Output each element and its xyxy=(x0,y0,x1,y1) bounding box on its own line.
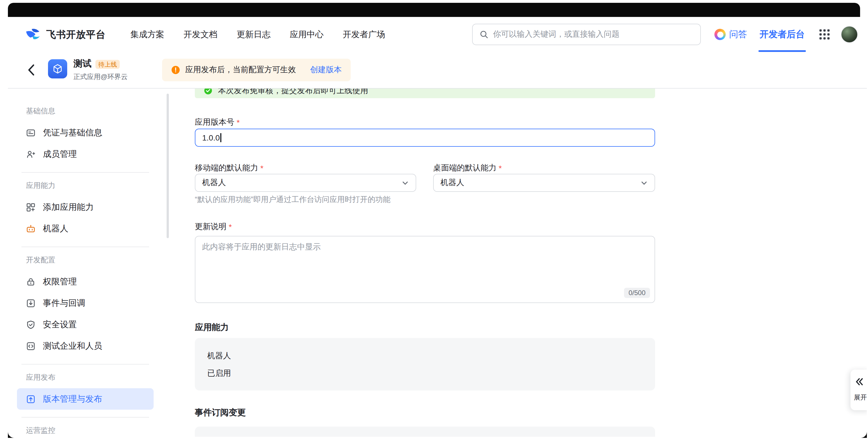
mobile-capability-select[interactable]: 机器人 xyxy=(195,174,416,192)
qa-icon xyxy=(714,29,726,40)
sidebar-scrollbar[interactable] xyxy=(166,94,169,238)
char-counter: 0/500 xyxy=(624,288,650,298)
feishu-logo-icon xyxy=(25,27,41,41)
security-icon xyxy=(26,320,36,329)
required-mark: * xyxy=(260,164,264,173)
sidebar-item-security[interactable]: 安全设置 xyxy=(17,314,154,335)
add-capability-icon xyxy=(26,202,36,212)
nav-item-app-center[interactable]: 应用中心 xyxy=(290,29,323,40)
brand-title[interactable]: 飞书开放平台 xyxy=(46,28,105,41)
mobile-capability-label: 移动端的默认能力* xyxy=(195,163,264,174)
sidebar-item-label: 事件与回调 xyxy=(43,298,85,308)
sidebar-item-label: 测试企业和人员 xyxy=(43,341,102,351)
update-notes-label: 更新说明* xyxy=(195,221,232,233)
app-name: 测试 xyxy=(73,58,92,70)
create-version-link[interactable]: 创建版本 xyxy=(310,65,342,75)
avatar[interactable] xyxy=(841,26,858,43)
nav-item-dev-plaza[interactable]: 开发者广场 xyxy=(343,29,385,40)
expand-label: 展开 xyxy=(854,393,867,402)
capability-name: 机器人 xyxy=(207,351,231,361)
sidebar-section-dev-config: 开发配置 xyxy=(17,249,154,271)
sidebar-section-monitoring: 运营监控 xyxy=(17,420,154,437)
desktop-capability-select[interactable]: 机器人 xyxy=(433,174,655,192)
capability-section-title: 应用能力 xyxy=(195,322,229,333)
sidebar-divider xyxy=(22,246,149,247)
capability-status: 已启用 xyxy=(207,368,231,379)
callback-icon xyxy=(26,298,36,308)
sidebar-item-label: 机器人 xyxy=(43,223,68,234)
sidebar-item-members[interactable]: 成员管理 xyxy=(17,143,154,165)
sidebar-divider xyxy=(22,172,149,173)
sidebar-item-label: 安全设置 xyxy=(43,319,77,330)
status-badge: 待上线 xyxy=(95,60,120,69)
sidebar-section-release: 应用发布 xyxy=(17,367,154,388)
sidebar-item-add-capability[interactable]: 添加应用能力 xyxy=(17,196,154,218)
app-header-bar: 测试 待上线 正式应用@环界云 应用发布后，当前配置方可生效 创建版本 xyxy=(8,52,867,89)
sidebar-item-label: 凭证与基础信息 xyxy=(43,127,102,138)
version-label: 应用版本号* xyxy=(195,117,240,128)
app-cube-icon xyxy=(48,59,67,78)
sidebar-section-capabilities: 应用能力 xyxy=(17,175,154,196)
sidebar-item-label: 成员管理 xyxy=(43,149,77,159)
app-subtitle: 正式应用@环界云 xyxy=(73,72,128,82)
text-caret xyxy=(220,133,221,142)
release-icon xyxy=(26,394,36,404)
update-notes-placeholder: 此内容将于应用的更新日志中显示 xyxy=(202,242,321,252)
robot-icon xyxy=(26,224,36,233)
events-card xyxy=(195,427,655,437)
search-icon xyxy=(479,30,489,39)
sidebar-item-label: 版本管理与发布 xyxy=(43,394,102,404)
sidebar-item-version-release[interactable]: 版本管理与发布 xyxy=(17,388,154,410)
sidebar-item-test-org[interactable]: 测试企业和人员 xyxy=(17,335,154,357)
tab-developer-console[interactable]: 开发者后台 xyxy=(760,17,805,52)
chevron-down-icon xyxy=(641,179,648,187)
apps-grid-icon[interactable] xyxy=(819,29,830,39)
events-section-title: 事件订阅变更 xyxy=(195,407,246,418)
required-mark: * xyxy=(237,118,240,127)
capability-card: 机器人 已启用 xyxy=(195,338,655,391)
desktop-capability-label: 桌面端的默认能力* xyxy=(433,163,502,174)
primary-nav: 集成方案 开发文档 更新日志 应用中心 开发者广场 xyxy=(130,29,385,40)
desktop-capability-value: 机器人 xyxy=(440,178,464,188)
qa-label: 问答 xyxy=(729,29,747,40)
qa-button[interactable]: 问答 xyxy=(714,29,747,40)
sidebar-section-basic-info: 基础信息 xyxy=(17,100,154,122)
nav-item-changelog[interactable]: 更新日志 xyxy=(237,29,271,40)
window-titlebar xyxy=(8,3,860,17)
members-icon xyxy=(26,149,36,159)
required-mark: * xyxy=(229,222,232,231)
search-input[interactable]: 你可以输入关键词，或直接输入问题 xyxy=(472,24,701,45)
warning-text: 应用发布后，当前配置方可生效 xyxy=(185,65,296,75)
app-identity: 测试 待上线 正式应用@环界云 xyxy=(48,58,128,82)
sidebar: 基础信息 凭证与基础信息 成员管理 应用能力 xyxy=(17,100,154,437)
browser-window: 本次发布免审核，提交发布后即可上线使用 应用版本号* 1.0.0 移动端的默认能… xyxy=(8,17,867,437)
sidebar-item-label: 权限管理 xyxy=(43,276,77,287)
permission-icon xyxy=(26,277,36,286)
collapse-icon xyxy=(855,377,864,389)
capability-hint: “默认的应用功能”即用户通过工作台访问应用时打开的功能 xyxy=(195,195,391,205)
credential-icon xyxy=(26,128,36,137)
nav-item-docs[interactable]: 开发文档 xyxy=(184,29,217,40)
search-placeholder: 你可以输入关键词，或直接输入问题 xyxy=(493,29,620,39)
expand-panel-button[interactable]: 展开 xyxy=(850,370,867,410)
publish-warning-banner: 应用发布后，当前配置方可生效 创建版本 xyxy=(162,59,351,81)
sidebar-item-events-callbacks[interactable]: 事件与回调 xyxy=(17,292,154,314)
sidebar-divider xyxy=(22,364,149,365)
top-navigation-bar: 飞书开放平台 集成方案 开发文档 更新日志 应用中心 开发者广场 你可以输入关键… xyxy=(8,17,867,52)
version-input[interactable]: 1.0.0 xyxy=(195,129,655,147)
sidebar-item-bot[interactable]: 机器人 xyxy=(17,218,154,239)
version-value: 1.0.0 xyxy=(202,133,220,142)
update-notes-textarea[interactable]: 此内容将于应用的更新日志中显示 0/500 xyxy=(195,236,655,303)
nav-item-integration[interactable]: 集成方案 xyxy=(130,29,164,40)
sidebar-item-credentials[interactable]: 凭证与基础信息 xyxy=(17,122,154,143)
sidebar-divider xyxy=(22,417,149,417)
sidebar-item-permissions[interactable]: 权限管理 xyxy=(17,271,154,292)
page-canvas: 本次发布免审核，提交发布后即可上线使用 应用版本号* 1.0.0 移动端的默认能… xyxy=(8,17,867,437)
chevron-down-icon xyxy=(402,179,409,187)
screen: 本次发布免审核，提交发布后即可上线使用 应用版本号* 1.0.0 移动端的默认能… xyxy=(0,0,868,439)
warning-icon xyxy=(171,65,180,74)
back-icon[interactable] xyxy=(26,64,37,76)
mobile-capability-value: 机器人 xyxy=(202,178,226,188)
sidebar-item-label: 添加应用能力 xyxy=(43,202,94,212)
required-mark: * xyxy=(499,164,502,173)
